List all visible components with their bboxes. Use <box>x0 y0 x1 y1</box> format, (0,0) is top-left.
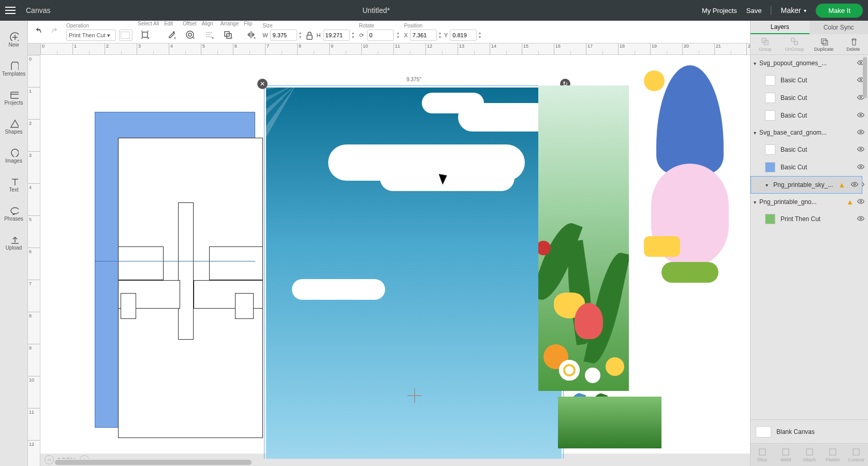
save-link[interactable]: Save <box>746 7 762 14</box>
layer-item[interactable]: Basic Cut <box>751 141 868 158</box>
rotate-label: Rotate <box>359 23 374 28</box>
svg-point-5 <box>186 31 194 38</box>
images-tool[interactable]: Images <box>0 141 28 170</box>
h-label: H <box>317 32 321 38</box>
machine-selector[interactable]: Maker ▾ <box>781 6 806 14</box>
svg-rect-30 <box>830 449 836 455</box>
layer-group[interactable]: ▾Png_printable_sky_...▲ <box>751 176 862 194</box>
popout-shape[interactable] <box>178 202 194 340</box>
svg-point-21 <box>860 148 861 150</box>
svg-point-22 <box>860 166 861 167</box>
svg-rect-29 <box>806 449 813 455</box>
sky-image[interactable] <box>266 88 562 466</box>
arrange-button[interactable] <box>220 27 234 41</box>
edit-button[interactable] <box>164 27 178 41</box>
meadow-image-2[interactable] <box>558 371 661 448</box>
canvas-area[interactable]: ✕ ↻ 9.375" 19.271" <box>40 55 750 454</box>
meadow-image[interactable] <box>538 85 629 391</box>
align-button <box>202 27 215 41</box>
visibility-toggle[interactable] <box>850 180 859 190</box>
hamburger-icon[interactable] <box>5 3 20 18</box>
svg-rect-27 <box>759 449 766 455</box>
offset-button[interactable] <box>183 27 196 41</box>
selection-box[interactable]: ✕ ↻ 9.375" 19.271" <box>264 85 564 466</box>
rotate-input[interactable] <box>367 30 394 41</box>
layers-scrollbar[interactable] <box>863 57 867 254</box>
horizontal-scrollbar[interactable] <box>55 459 750 466</box>
layer-group[interactable]: ▾Svg_base_card_gnom... <box>751 124 868 141</box>
layer-item[interactable]: Basic Cut <box>751 158 868 176</box>
svg-rect-13 <box>795 41 798 45</box>
shapes-label: Shapes <box>5 129 23 135</box>
popout-shape[interactable] <box>235 293 254 319</box>
new-tool[interactable]: New <box>0 25 28 54</box>
flip-button[interactable] <box>244 27 257 41</box>
contour-button: Contour <box>845 444 868 466</box>
svg-point-4 <box>173 32 174 33</box>
y-label: Y <box>444 32 448 38</box>
warning-icon: ▲ <box>846 198 854 206</box>
layer-item[interactable]: Basic Cut <box>751 107 868 124</box>
machine-label: Maker <box>781 6 801 14</box>
width-stepper[interactable]: ▴▾ <box>299 31 301 39</box>
phrases-tool[interactable]: Phrases <box>0 199 28 228</box>
x-stepper[interactable]: ▴▾ <box>439 31 441 39</box>
height-stepper[interactable]: ▴▾ <box>352 31 354 39</box>
svg-point-23 <box>854 183 856 185</box>
layer-item[interactable]: Print Then Cut <box>751 210 868 228</box>
text-tool[interactable]: Text <box>0 170 28 199</box>
layer-item[interactable]: Basic Cut <box>751 89 868 107</box>
svg-point-16 <box>860 62 861 63</box>
layer-thumbnail <box>765 93 775 103</box>
operation-label: Operation <box>66 23 89 28</box>
svg-point-6 <box>188 33 192 36</box>
position-label: Position <box>404 23 423 28</box>
my-projects-link[interactable]: My Projects <box>702 7 737 14</box>
rotate-field[interactable]: ⟳ ▴▾ <box>359 30 399 41</box>
upload-label: Upload <box>6 245 22 251</box>
projects-tool[interactable]: Projects <box>0 83 28 112</box>
text-label: Text <box>9 187 18 193</box>
layer-label: Basic Cut <box>781 146 851 153</box>
x-field[interactable]: X ▴▾ <box>404 30 441 41</box>
delete-button[interactable]: Delete <box>838 34 868 54</box>
caret-down-icon[interactable]: ▾ <box>766 182 768 188</box>
rotate-stepper[interactable]: ▴▾ <box>397 31 399 39</box>
caret-down-icon[interactable]: ▾ <box>754 61 756 66</box>
popout-shape[interactable] <box>209 246 263 280</box>
height-input[interactable] <box>323 30 350 41</box>
upload-tool[interactable]: Upload <box>0 228 28 257</box>
width-input[interactable] <box>270 30 297 41</box>
templates-tool[interactable]: Templates <box>0 54 28 83</box>
gnome-image[interactable] <box>646 65 734 334</box>
zoom-out-button[interactable]: − <box>45 455 54 464</box>
y-input[interactable] <box>450 30 477 41</box>
y-field[interactable]: Y ▴▾ <box>444 30 481 41</box>
layer-group[interactable]: ▾Png_printable_gno...▲ <box>751 194 868 210</box>
make-it-button[interactable]: Make It <box>816 4 863 18</box>
y-stepper[interactable]: ▴▾ <box>479 31 481 39</box>
width-field[interactable]: W ▴▾ <box>262 30 301 41</box>
duplicate-button[interactable]: Duplicate <box>810 34 839 54</box>
layer-item[interactable]: Basic Cut <box>751 71 868 89</box>
caret-down-icon[interactable]: ▾ <box>754 199 756 205</box>
tab-colorsync[interactable]: Color Sync <box>810 21 869 34</box>
canvas-color-swatch[interactable] <box>756 426 771 438</box>
layer-group[interactable]: ▾Svg_popout_gnomes_... <box>751 55 868 71</box>
undo-button[interactable] <box>31 24 45 38</box>
svg-point-19 <box>860 114 861 115</box>
shapes-tool[interactable]: Shapes <box>0 112 28 141</box>
popout-shape[interactable] <box>118 246 164 280</box>
height-field[interactable]: H ▴▾ <box>317 30 354 41</box>
caret-down-icon[interactable]: ▾ <box>754 130 756 136</box>
selectall-button[interactable] <box>138 27 151 41</box>
svg-rect-3 <box>142 32 148 37</box>
operation-select[interactable]: Print Then Cut ▾ <box>66 30 116 41</box>
horizontal-ruler: 012345678910111213141516171819202122 <box>40 43 750 55</box>
redo-button[interactable] <box>48 24 61 38</box>
x-input[interactable] <box>410 30 437 41</box>
popout-shape[interactable] <box>121 293 136 319</box>
tab-layers[interactable]: Layers <box>751 21 810 34</box>
lock-aspect-icon[interactable] <box>304 31 314 40</box>
operation-swatch[interactable] <box>119 30 133 41</box>
